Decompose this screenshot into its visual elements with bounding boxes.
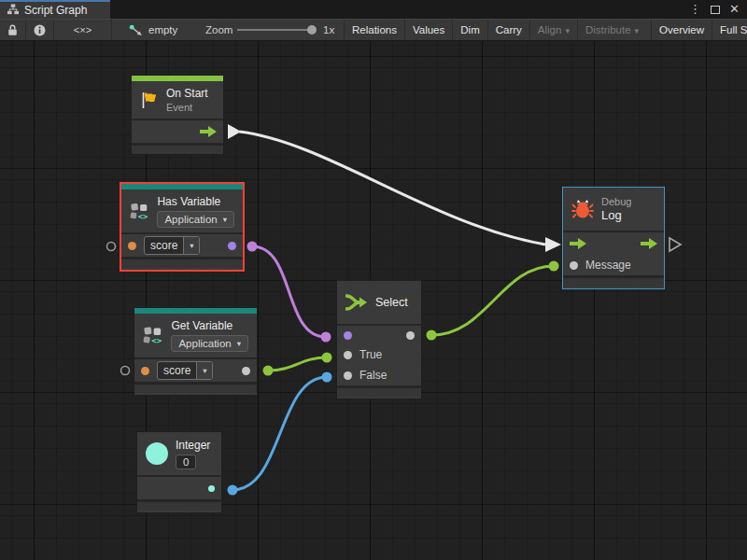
- node-footer: [121, 257, 243, 268]
- variable-name-value: score: [158, 362, 196, 379]
- chevron-down-icon: ▾: [223, 215, 227, 224]
- node-debug-log[interactable]: Debug Log Message: [562, 187, 665, 289]
- carry-button[interactable]: Carry: [487, 20, 529, 40]
- toolbar-button-group: Relations Values Dim Carry Align ▾ Distr…: [344, 20, 747, 40]
- variable-name-input-port[interactable]: [141, 367, 149, 375]
- svg-text:<>: <>: [138, 211, 148, 220]
- button-label: Full Screen: [720, 20, 747, 40]
- full-screen-button[interactable]: Full Screen: [712, 20, 747, 40]
- zoom-slider-handle[interactable]: [307, 25, 317, 35]
- chevron-down-icon: ▾: [565, 20, 570, 41]
- port-label-true: True: [359, 348, 382, 361]
- button-label: Distribute: [585, 20, 631, 40]
- value-output-port[interactable]: [242, 367, 250, 375]
- window-menu-icon[interactable]: ⋮: [689, 0, 701, 19]
- zoom-label: Zoom: [205, 20, 233, 40]
- chevron-down-icon: ▾: [237, 339, 241, 348]
- node-integer[interactable]: Integer 0: [136, 431, 222, 513]
- node-title: Log: [601, 208, 622, 222]
- node-footer: [134, 382, 257, 393]
- zoom-slider-track[interactable]: [237, 29, 316, 31]
- info-icon: [34, 24, 46, 36]
- button-label: Align: [538, 20, 562, 40]
- values-button[interactable]: Values: [404, 20, 452, 40]
- code-preview-button[interactable]: <×>: [54, 20, 112, 40]
- variable-name-field[interactable]: score ▾: [157, 361, 213, 380]
- integer-value-input[interactable]: 0: [176, 455, 196, 469]
- variables-icon: <>: [143, 324, 163, 347]
- dim-button[interactable]: Dim: [452, 20, 486, 40]
- select-merge-icon: [345, 293, 368, 312]
- variable-scope-dropdown[interactable]: Application ▾: [171, 335, 248, 352]
- chevron-down-icon[interactable]: ▾: [196, 362, 212, 379]
- svg-text:<>: <>: [151, 336, 162, 345]
- selection-output-port[interactable]: [406, 331, 415, 340]
- distribute-button[interactable]: Distribute ▾: [577, 20, 646, 40]
- lock-button[interactable]: [0, 20, 26, 40]
- button-label: Values: [413, 20, 444, 40]
- node-title: On Start: [166, 87, 208, 100]
- variable-name-field[interactable]: score ▾: [144, 236, 200, 255]
- button-label: Dim: [460, 20, 479, 40]
- message-input-port[interactable]: [570, 261, 578, 270]
- button-label: Overview: [659, 20, 704, 40]
- flow-output-port[interactable]: [200, 126, 217, 137]
- node-subtitle: Event: [166, 102, 192, 113]
- variable-name-value: score: [145, 237, 183, 254]
- condition-input-port[interactable]: [344, 331, 352, 340]
- overview-button[interactable]: Overview: [651, 20, 712, 40]
- button-label: Relations: [352, 20, 397, 40]
- scope-value: Application: [178, 338, 231, 349]
- tab-script-graph[interactable]: Script Graph: [0, 0, 110, 19]
- graph-icon: [7, 4, 19, 15]
- false-input-port[interactable]: [344, 371, 352, 380]
- variable-scope-dropdown[interactable]: Application ▾: [157, 211, 234, 228]
- node-has-variable[interactable]: <> Has Variable Application ▾ score ▾: [120, 182, 245, 272]
- lock-icon: [7, 24, 18, 36]
- node-supertitle: Debug: [601, 196, 631, 207]
- integer-output-port[interactable]: [208, 485, 215, 492]
- node-get-variable[interactable]: <> Get Variable Application ▾ score ▾: [134, 307, 258, 396]
- node-title: Integer: [176, 439, 210, 452]
- selection-status: empty: [129, 20, 177, 40]
- node-on-start[interactable]: On Start Event: [131, 75, 224, 155]
- node-footer: [563, 275, 664, 287]
- window-tab-bar: Script Graph ⋮ ✕: [0, 0, 747, 19]
- selection-status-text: empty: [148, 24, 177, 35]
- node-title: Get Variable: [171, 319, 233, 332]
- code-icon: <×>: [74, 24, 92, 35]
- inspect-button[interactable]: [26, 20, 54, 40]
- maximize-icon[interactable]: [711, 6, 720, 14]
- chevron-down-icon: ▾: [635, 20, 640, 41]
- bool-output-port[interactable]: [228, 242, 236, 250]
- node-footer: [137, 499, 221, 511]
- variable-name-input-port[interactable]: [128, 242, 136, 250]
- window-controls: ⋮ ✕: [689, 0, 743, 19]
- node-title: Select: [375, 296, 408, 309]
- selection-cursor-icon: [129, 24, 143, 36]
- node-title: Has Variable: [157, 195, 220, 208]
- port-label-message: Message: [585, 259, 631, 272]
- chevron-down-icon[interactable]: ▾: [183, 237, 199, 254]
- bug-icon: [571, 199, 594, 219]
- close-icon[interactable]: ✕: [729, 0, 740, 19]
- relations-button[interactable]: Relations: [344, 20, 404, 40]
- node-footer: [132, 143, 223, 154]
- graph-toolbar: <×> empty Zoom 1x Relations Values Dim C…: [0, 19, 747, 41]
- flow-output-port[interactable]: [641, 238, 657, 249]
- flag-icon: [140, 91, 159, 109]
- variables-icon: <>: [130, 200, 149, 223]
- tab-title: Script Graph: [24, 3, 87, 17]
- scope-value: Application: [164, 214, 217, 225]
- align-button[interactable]: Align ▾: [529, 20, 577, 40]
- tab-focus-accent: [0, 0, 110, 2]
- button-label: Carry: [496, 20, 522, 40]
- node-footer: [337, 385, 421, 397]
- port-label-false: False: [359, 369, 387, 382]
- zoom-value: 1x: [323, 20, 334, 40]
- integer-icon: [146, 442, 168, 465]
- flow-input-port[interactable]: [570, 238, 586, 249]
- true-input-port[interactable]: [344, 351, 352, 359]
- node-select[interactable]: Select True False: [336, 280, 422, 399]
